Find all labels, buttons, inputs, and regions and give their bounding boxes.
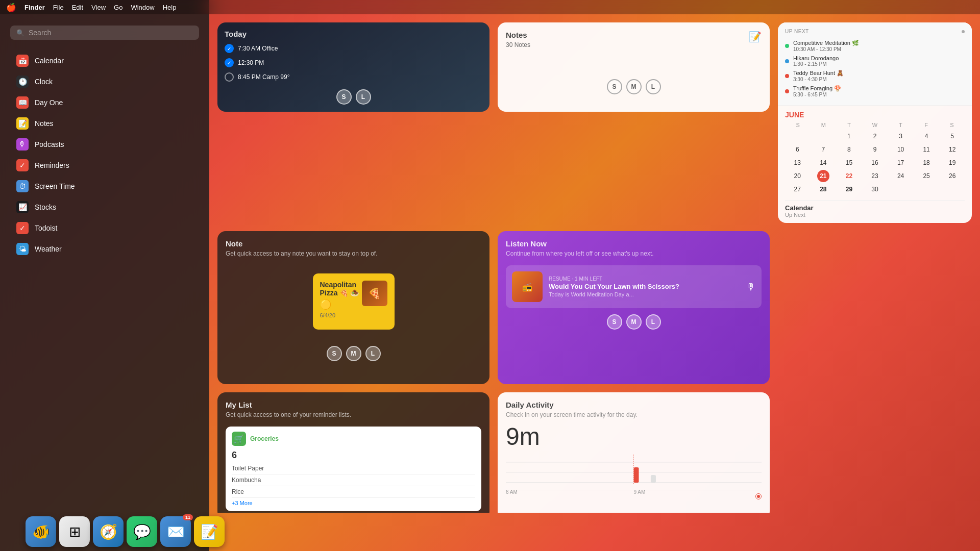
listen-now-widget: Listen Now Continue from where you left … [498,231,770,384]
sidebar-item-notes[interactable]: 📝 Notes [4,113,205,134]
event-dot-4 [785,89,789,93]
menubar-help[interactable]: Help [163,4,177,11]
cal-date-10[interactable]: 10 [895,143,907,156]
sidebar-item-podcasts[interactable]: 🎙 Podcasts [4,134,205,155]
menubar-go[interactable]: Go [114,4,122,11]
dock-launchpad[interactable]: ⊞ [59,516,90,547]
cal-date-22[interactable]: 22 [843,170,855,182]
cal-date-5[interactable]: 5 [946,130,959,142]
cal-date-3[interactable]: 3 [895,130,907,142]
apple-menu-icon[interactable]: 🍎 [6,3,16,12]
note-avatar-m: M [346,346,361,361]
search-input[interactable] [29,29,193,37]
podcasts-icon: 🎙 [16,138,29,151]
listen-subtitle: Continue from where you left off or see … [506,250,762,257]
cal-date-27[interactable]: 27 [791,183,803,195]
chart-label-6am: 6 AM [506,489,518,495]
notes-icon: 📝 [16,117,29,130]
cal-date-12[interactable]: 12 [946,143,959,156]
cal-date-7[interactable]: 7 [817,143,829,156]
calendar-subtitle: Up Next [785,29,809,34]
event-dot-1 [785,44,789,48]
menubar-finder[interactable]: Finder [24,4,45,11]
cal-date-18[interactable]: 18 [920,157,933,169]
cal-date-19[interactable]: 19 [946,157,959,169]
grocery-item-2: Kombucha [232,474,475,486]
avatar-s: S [336,89,352,105]
cal-date-9[interactable]: 9 [869,143,881,156]
dock-finder[interactable]: 🐠 [26,516,56,547]
check-icon-1[interactable]: ✓ [225,44,234,53]
reminder-item-3: 8:45 PM Camp 99° [225,71,482,83]
grocery-header: 🛒 Groceries [232,432,475,446]
calendar-icon: 📅 [16,55,29,67]
cal-date-1[interactable]: 1 [843,130,855,142]
notes-avatar-m: M [626,79,642,94]
cal-date-20[interactable]: 20 [791,170,803,182]
sidebar-label-todoist: Todoist [35,224,57,232]
sidebar-item-todoist[interactable]: ✓ Todoist [4,218,205,238]
calendar-event-2: Hikaru Dorodango1:30 - 2:15 PM [785,54,965,68]
event-dot-3 [785,74,789,78]
sidebar-item-clock[interactable]: 🕐 Clock [4,71,205,92]
sidebar-label-weather: Weather [35,245,62,253]
stocks-icon: 📈 [16,201,29,213]
cal-date-11[interactable]: 11 [920,143,933,156]
search-bar[interactable]: 🔍 [10,26,199,40]
sidebar-item-calendar[interactable]: 📅 Calendar [4,51,205,71]
check-icon-2[interactable]: ✓ [225,58,234,67]
menubar-view[interactable]: View [91,4,106,11]
event-time-1: 10:30 AM - 12:30 PM [793,46,859,52]
cal-date-30[interactable]: 30 [869,183,881,195]
radio-headspace-icon: 📻 [522,282,532,292]
sidebar-item-reminders[interactable]: ✓ Reminders [4,155,205,176]
event-time-4: 5:30 - 6:45 PM [793,92,841,97]
cal-date-2[interactable]: 2 [869,130,881,142]
cal-date-23[interactable]: 23 [869,170,881,182]
cal-date-17[interactable]: 17 [895,157,907,169]
sidebar-item-dayone[interactable]: 📖 Day One [4,92,205,113]
event-dot-2 [785,59,789,63]
listen-avatar-l: L [646,314,661,330]
grocery-more[interactable]: +3 More [232,498,475,506]
cal-date-13[interactable]: 13 [791,157,803,169]
cal-date-24[interactable]: 24 [895,170,907,182]
svg-rect-3 [651,475,656,483]
note-card[interactable]: 🍕 Neapolitan Pizza 🍕 🧆 🟡 6/4/20 [313,273,395,330]
cal-date-28[interactable]: 28 [817,183,829,195]
dock-safari[interactable]: 🧭 [93,516,124,547]
note-avatar-l: L [365,346,381,361]
dock-notes[interactable]: 📝 [194,516,225,547]
menubar-file[interactable]: File [53,4,64,11]
dayone-icon: 📖 [16,96,29,109]
calendar-days-header: SMTWTFS [785,122,965,128]
listen-title: Listen Now [506,239,762,248]
dock-messages[interactable]: 💬 [127,516,157,547]
calendar-event-3: Teddy Bear Hunt 🧸3:30 - 4:30 PM [785,68,965,84]
cal-date-21-today[interactable]: 21 [817,170,829,182]
cal-date-15[interactable]: 15 [843,157,855,169]
cal-date-6[interactable]: 6 [791,143,803,156]
cal-date-14[interactable]: 14 [817,157,829,169]
cal-date-29[interactable]: 29 [843,183,855,195]
listen-card[interactable]: 📻 RESUME · 1 MIN LEFT Would You Cut Your… [506,265,762,308]
mylist-subtitle: Get quick access to one of your reminder… [226,411,481,418]
podcasts-badge-icon: 🎙 [746,282,755,292]
cal-date-8[interactable]: 8 [843,143,855,156]
sidebar-item-stocks[interactable]: 📈 Stocks [4,197,205,217]
cal-date-25[interactable]: 25 [920,170,933,182]
sidebar-item-screentime[interactable]: ⏱ Screen Time [4,176,205,196]
menubar-window[interactable]: Window [131,4,154,11]
cal-date-16[interactable]: 16 [869,157,881,169]
check-icon-3[interactable] [225,72,234,82]
dock-mail[interactable]: ✉️ 11 [160,516,191,547]
sidebar-item-weather[interactable]: 🌤 Weather [4,239,205,259]
mylist-widget: My List Get quick access to one of your … [217,392,489,513]
note-card-date: 6/4/20 [320,312,387,318]
cal-date-4[interactable]: 4 [920,130,933,142]
sidebar-label-calendar: Calendar [35,57,64,65]
sidebar-label-podcasts: Podcasts [35,140,64,148]
cal-date-26[interactable]: 26 [946,170,959,182]
weather-icon: 🌤 [16,243,29,255]
menubar-edit[interactable]: Edit [72,4,83,11]
